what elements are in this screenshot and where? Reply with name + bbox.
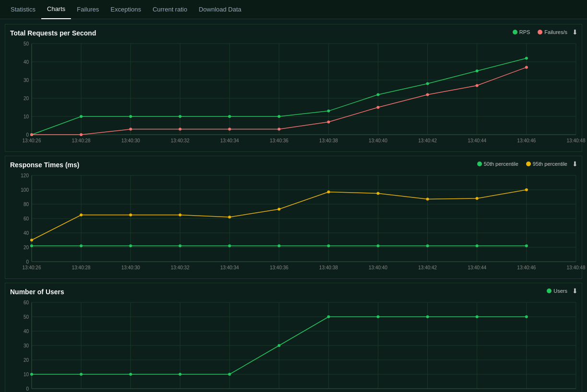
svg-point-108 <box>426 244 429 247</box>
svg-text:13:40:48: 13:40:48 <box>567 138 586 143</box>
legend-rps: RPS <box>513 29 530 35</box>
svg-text:13:40:38: 13:40:38 <box>319 138 338 143</box>
download-chart2-btn[interactable]: ⬇ <box>572 160 578 168</box>
chart-users-panel: Number of Users Users ⬇ 010203040506013:… <box>5 283 582 392</box>
svg-point-163 <box>80 373 82 376</box>
svg-text:13:40:32: 13:40:32 <box>171 265 189 270</box>
svg-text:20: 20 <box>23 245 29 250</box>
svg-point-113 <box>129 214 132 217</box>
svg-text:13:40:40: 13:40:40 <box>369 265 387 270</box>
svg-point-165 <box>179 373 182 376</box>
nav-download-data[interactable]: Download Data <box>193 0 247 19</box>
nav-statistics[interactable]: Statistics <box>5 0 41 19</box>
svg-point-172 <box>525 315 528 318</box>
legend-p50-dot <box>477 161 482 166</box>
svg-text:20: 20 <box>23 96 29 101</box>
svg-point-170 <box>426 315 429 318</box>
svg-text:60: 60 <box>23 216 29 221</box>
chart-users-legend: Users <box>547 288 567 294</box>
svg-point-120 <box>476 197 479 200</box>
svg-point-105 <box>278 244 281 247</box>
svg-text:30: 30 <box>23 343 29 348</box>
download-chart3-btn[interactable]: ⬇ <box>572 287 578 295</box>
svg-point-53 <box>228 128 231 131</box>
chart-rps-panel: Total Requests per Second RPS Failures/s… <box>5 24 582 152</box>
svg-point-39 <box>80 115 82 118</box>
svg-point-111 <box>30 239 33 242</box>
nav-exceptions[interactable]: Exceptions <box>105 0 147 19</box>
svg-point-101 <box>80 244 82 247</box>
legend-rps-label: RPS <box>519 29 530 35</box>
navigation: Statistics Charts Failures Exceptions Cu… <box>0 0 587 19</box>
svg-point-166 <box>228 373 231 376</box>
svg-text:10: 10 <box>23 114 29 119</box>
svg-point-167 <box>278 344 281 347</box>
svg-point-54 <box>278 128 281 131</box>
chart-users-svg: 010203040506013:40:2613:40:2813:40:3013:… <box>10 298 586 392</box>
svg-point-107 <box>376 244 379 247</box>
svg-point-59 <box>525 66 528 69</box>
svg-point-58 <box>476 84 479 87</box>
svg-point-102 <box>129 244 132 247</box>
svg-point-116 <box>278 208 281 211</box>
svg-point-51 <box>129 128 132 131</box>
svg-text:0: 0 <box>26 132 29 138</box>
svg-point-118 <box>376 192 379 195</box>
legend-p95: 95th percentile <box>526 161 567 167</box>
svg-text:13:40:30: 13:40:30 <box>121 265 140 270</box>
legend-rps-dot <box>513 30 517 35</box>
svg-point-100 <box>30 244 33 247</box>
svg-text:60: 60 <box>23 300 29 305</box>
svg-text:13:40:44: 13:40:44 <box>468 265 486 270</box>
chart-rt-legend: 50th percentile 95th percentile <box>477 161 567 167</box>
svg-point-57 <box>426 93 429 96</box>
svg-text:13:40:36: 13:40:36 <box>270 265 288 270</box>
legend-users-dot <box>547 288 552 293</box>
svg-text:80: 80 <box>23 202 29 207</box>
svg-point-48 <box>525 57 528 59</box>
chart-rt-svg: 02040608010012013:40:2613:40:2813:40:301… <box>10 171 586 276</box>
svg-text:120: 120 <box>21 173 29 178</box>
svg-text:13:40:44: 13:40:44 <box>468 138 486 143</box>
svg-point-106 <box>327 244 330 247</box>
svg-text:30: 30 <box>23 78 29 83</box>
svg-point-104 <box>228 244 231 247</box>
svg-point-121 <box>525 188 528 191</box>
svg-point-110 <box>525 244 528 247</box>
svg-point-168 <box>327 315 330 318</box>
svg-point-49 <box>30 133 33 136</box>
svg-point-46 <box>426 82 429 85</box>
svg-point-109 <box>476 244 479 247</box>
legend-users-label: Users <box>553 288 567 294</box>
svg-text:13:40:42: 13:40:42 <box>418 138 437 143</box>
nav-charts[interactable]: Charts <box>41 0 71 19</box>
chart-rps-legend: RPS Failures/s <box>513 29 567 35</box>
svg-text:13:40:36: 13:40:36 <box>270 138 288 143</box>
nav-failures[interactable]: Failures <box>71 0 105 19</box>
legend-p95-dot <box>526 161 531 166</box>
legend-failures: Failures/s <box>538 29 567 35</box>
svg-point-112 <box>80 214 82 217</box>
chart-rt-panel: Response Times (ms) 50th percentile 95th… <box>5 156 582 279</box>
svg-point-42 <box>228 115 231 118</box>
svg-point-56 <box>376 106 379 109</box>
svg-point-117 <box>327 191 330 194</box>
svg-point-41 <box>179 115 182 118</box>
svg-text:13:40:46: 13:40:46 <box>517 265 536 270</box>
legend-failures-label: Failures/s <box>544 29 567 35</box>
svg-text:13:40:26: 13:40:26 <box>23 138 41 143</box>
download-chart1-btn[interactable]: ⬇ <box>572 28 578 36</box>
svg-text:13:40:40: 13:40:40 <box>369 138 387 143</box>
svg-text:10: 10 <box>23 372 29 377</box>
svg-point-44 <box>327 110 330 113</box>
chart-users-title: Number of Users <box>10 288 577 296</box>
chart-rps-title: Total Requests per Second <box>10 29 577 37</box>
svg-text:13:40:34: 13:40:34 <box>220 265 239 270</box>
svg-text:13:40:48: 13:40:48 <box>567 265 586 270</box>
svg-text:40: 40 <box>23 59 29 65</box>
svg-text:40: 40 <box>23 329 29 334</box>
svg-text:50: 50 <box>23 314 29 320</box>
nav-current-ratio[interactable]: Current ratio <box>147 0 193 19</box>
svg-point-162 <box>30 373 33 376</box>
svg-point-52 <box>179 128 182 131</box>
